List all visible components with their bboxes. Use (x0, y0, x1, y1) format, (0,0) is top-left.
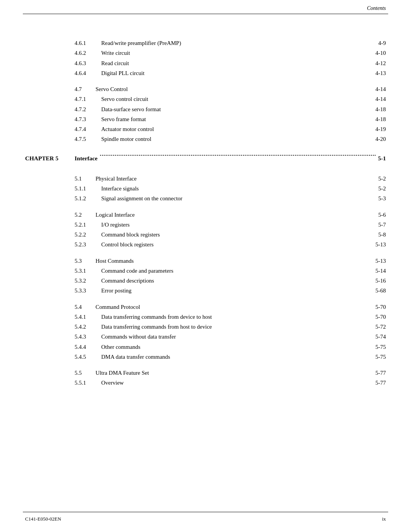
toc-section-2: 4.7.1Servo control circuit4-14 (25, 94, 386, 104)
toc-section-2: 5.5.1Overview5-77 (25, 378, 386, 388)
chapter-title-area: Interface5-1 (75, 153, 386, 164)
section-title: Servo Control (96, 84, 370, 94)
section-page: 4-19 (376, 124, 386, 134)
toc-section-2: 4.6.4Digital PLL circuit4-13 (25, 68, 386, 78)
section-number: 5.5.1 (75, 378, 101, 388)
section-page: 5-75 (376, 352, 386, 362)
section-number: 4.7 (75, 84, 96, 94)
section-number: 5.4.3 (75, 332, 101, 342)
toc-section-1: 4.7Servo Control4-14 (25, 84, 386, 94)
section-title: Write circuit (101, 48, 370, 58)
toc-section-2: 5.3.2Command descriptions5-16 (25, 276, 386, 286)
section-page: 5-6 (378, 210, 386, 220)
section-number: 4.6.2 (75, 48, 101, 58)
toc-section-2: 4.6.2Write circuit4-10 (25, 48, 386, 58)
toc-section-2: 4.7.3Servo frame format4-18 (25, 114, 386, 124)
section-number: 4.7.4 (75, 124, 101, 134)
section-number: 4.7.5 (75, 134, 101, 144)
section-title: Error posting (101, 286, 370, 296)
toc-section-1: 5.3Host Commands5-13 (25, 256, 386, 266)
section-number: 5.1 (75, 174, 96, 184)
section-number: 4.6.3 (75, 58, 101, 68)
toc-section-1: 5.4Command Protocol5-70 (25, 302, 386, 312)
section-page: 4-14 (376, 94, 386, 104)
section-title: Read/write preamplifier (PreAMP) (101, 38, 373, 48)
section-page: 5-7 (378, 220, 386, 230)
spacer (25, 204, 386, 210)
toc-section-2: 4.6.1Read/write preamplifier (PreAMP)4-9 (25, 38, 386, 48)
section-number: 5.3.3 (75, 286, 101, 296)
toc-section-1: 5.1Physical Interface5-2 (25, 174, 386, 184)
section-page: 5-3 (378, 193, 386, 203)
section-title: Physical Interface (96, 174, 373, 184)
toc-section-2: 5.4.5DMA data transfer commands5-75 (25, 352, 386, 362)
toc-section-2: 4.7.5Spindle motor control4-20 (25, 134, 386, 144)
spacer (25, 296, 386, 302)
section-title: Other commands (101, 342, 370, 352)
section-page: 5-70 (376, 312, 386, 322)
section-page: 5-77 (376, 378, 386, 388)
section-title: Logical Interface (96, 210, 373, 220)
section-number: 4.7.3 (75, 114, 101, 124)
chapter-entry: CHAPTER 5Interface5-1 (25, 153, 386, 164)
section-page: 5-14 (376, 266, 386, 276)
section-title: Data transferring commands from host to … (101, 322, 370, 332)
section-title: Servo frame format (101, 114, 370, 124)
toc-section-2: 4.6.3Read circuit4-12 (25, 58, 386, 68)
toc-section-2: 5.4.3Commands without data transfer5-74 (25, 332, 386, 342)
toc-section-2: 5.4.1Data transferring commands from dev… (25, 312, 386, 322)
section-number: 5.3.2 (75, 276, 101, 286)
section-page: 5-8 (378, 230, 386, 240)
section-number: 5.4.1 (75, 312, 101, 322)
section-number: 5.4 (75, 302, 96, 312)
section-title: Spindle motor control (101, 134, 370, 144)
section-title: Command code and parameters (101, 266, 370, 276)
section-page: 4-12 (376, 58, 386, 68)
section-page: 4-18 (376, 104, 386, 114)
section-title: Commands without data transfer (101, 332, 370, 342)
section-title: Servo control circuit (101, 94, 370, 104)
section-number: 5.2 (75, 210, 96, 220)
section-page: 4-18 (376, 114, 386, 124)
section-page: 5-16 (376, 276, 386, 286)
section-number: 5.2.3 (75, 240, 101, 249)
section-page: 4-20 (376, 134, 386, 144)
section-page: 4-9 (378, 38, 386, 48)
section-title: Host Commands (96, 256, 370, 266)
toc-section-2: 5.1.2Signal assignment on the connector5… (25, 193, 386, 203)
section-title: Overview (101, 378, 370, 388)
section-title: I/O registers (101, 220, 373, 230)
section-title: Data transferring commands from device t… (101, 312, 370, 322)
chapter-title: Interface (75, 153, 97, 164)
header-title: Contents (367, 5, 386, 11)
toc-section-2: 5.4.4Other commands5-75 (25, 342, 386, 352)
section-page: 5-13 (376, 240, 386, 249)
page: Contents 4.6.1Read/write preamplifier (P… (0, 0, 411, 532)
section-title: Command Protocol (96, 302, 370, 312)
section-number: 5.1.1 (75, 184, 101, 193)
section-page: 5-68 (376, 286, 386, 296)
chapter-label: CHAPTER 5 (25, 153, 75, 164)
section-page: 4-10 (376, 48, 386, 58)
section-number: 5.1.2 (75, 193, 101, 203)
section-number: 5.5 (75, 368, 96, 378)
section-title: Signal assignment on the connector (101, 193, 373, 203)
section-page: 5-13 (376, 256, 386, 266)
section-page: 5-2 (378, 174, 386, 184)
section-number: 4.6.1 (75, 38, 101, 48)
section-title: Read circuit (101, 58, 370, 68)
section-number: 4.7.2 (75, 104, 101, 114)
toc-section-2: 5.4.2Data transferring commands from hos… (25, 322, 386, 332)
chapter-page: 5-1 (378, 153, 386, 164)
section-title: Digital PLL circuit (101, 68, 370, 78)
spacer (25, 78, 386, 84)
section-page: 5-2 (378, 184, 386, 193)
section-number: 5.3.1 (75, 266, 101, 276)
page-footer: C141-E050-02EN ix (25, 516, 386, 522)
section-number: 5.2.1 (75, 220, 101, 230)
section-page: 5-72 (376, 322, 386, 332)
section-title: Actuator motor control (101, 124, 370, 134)
toc-section-1: 5.2Logical Interface5-6 (25, 210, 386, 220)
toc-section-2: 5.2.2Command block registers5-8 (25, 230, 386, 240)
section-number: 5.2.2 (75, 230, 101, 240)
